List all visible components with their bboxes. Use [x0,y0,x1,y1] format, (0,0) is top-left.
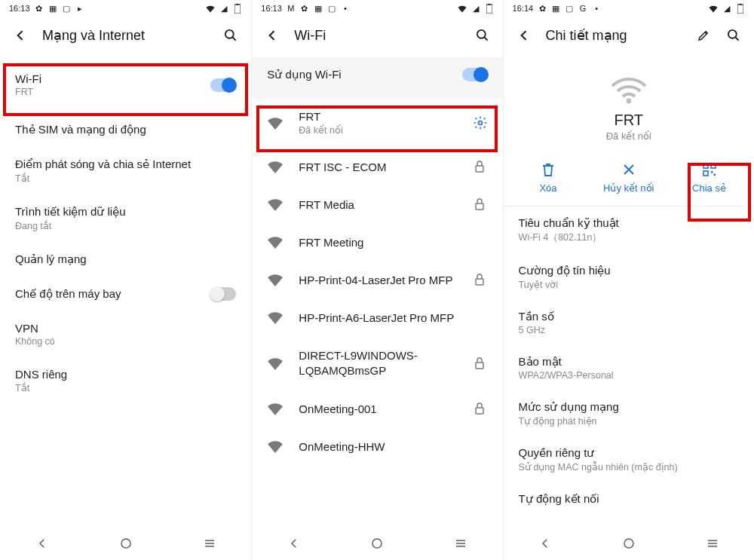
airplane-toggle[interactable] [210,287,236,301]
network-row[interactable]: FRT Meeting [252,223,502,261]
row-network-mgmt[interactable]: Quản lý mạng [0,242,251,277]
row-airplane[interactable]: Chế độ trên máy bay [0,277,251,311]
status-bar: 16:13 M ✿ ▦ ▢ • ◢ [252,0,502,17]
search-button[interactable] [222,27,239,44]
wifi-toggle[interactable] [210,78,236,92]
svg-point-3 [121,539,130,548]
detail-row[interactable]: Bảo mật WPA2/WPA3-Personal [504,345,754,390]
nav-bar [504,527,754,560]
wifi-icon [709,4,718,13]
svg-rect-5 [488,4,491,5]
network-row[interactable]: HP-Print-04-LaserJet Pro MFP [252,261,502,298]
detail-row[interactable]: Mức sử dụng mạng Tự động phát hiện [504,390,754,436]
detail-value: WPA2/WPA3-Personal [519,370,739,381]
network-row[interactable]: OnMeeting-HHW [252,427,502,465]
network-row-frt[interactable]: FRT Đã kết nối [252,98,502,148]
nav-bar [252,527,502,560]
row-sim[interactable]: Thẻ SIM và mạng di động [0,112,251,147]
tile-icon: ▦ [551,4,560,13]
use-wifi-toggle[interactable] [462,68,488,81]
detail-row[interactable]: Cường độ tín hiệu Tuyệt vời [504,254,754,300]
pane-wifi-list: 16:13 M ✿ ▦ ▢ • ◢ Wi-Fi Sử dụng Wi-Fi FR… [251,0,502,560]
row-subtitle: Không có [15,336,236,347]
detail-row[interactable]: Quyền riêng tư Sử dụng MAC ngẫu nhiên (m… [504,436,754,482]
wifi-icon [458,4,467,13]
nav-home-icon[interactable] [622,537,636,550]
row-hotspot[interactable]: Điểm phát sóng và chia sẻ Internet Tắt [0,147,251,194]
network-name: FRT Meeting [299,236,487,249]
detail-row[interactable]: Tiêu chuẩn kỹ thuật Wi-Fi 4（802.11n） [504,207,754,254]
network-row[interactable]: FRT Media [252,185,502,223]
wifi-large-icon [504,75,754,106]
dot-icon: • [592,4,601,13]
row-wifi[interactable]: Wi-Fi FRT [0,57,251,112]
header: Mạng và Internet [0,17,251,57]
edit-button[interactable] [695,27,712,44]
trash-icon [514,160,582,179]
row-vpn[interactable]: VPN Không có [0,311,251,357]
signal-icon: ◢ [722,4,731,13]
nav-recent-icon[interactable] [454,537,467,550]
wifi-icon [267,402,284,415]
svg-rect-8 [476,166,483,172]
svg-rect-10 [476,279,483,285]
nav-back-icon[interactable] [538,537,552,550]
row-title: VPN [15,322,236,335]
network-row[interactable]: DIRECT-L9WINDOWS-LQBAMQBmsGP [252,336,502,390]
row-data-saver[interactable]: Trình tiết kiệm dữ liệu Đang tắt [0,194,251,242]
page-title: Chi tiết mạng [546,27,682,44]
search-button[interactable] [725,27,742,44]
svg-rect-18 [703,164,708,168]
back-button[interactable] [12,27,29,44]
nav-home-icon[interactable] [370,537,384,550]
search-button[interactable] [474,27,491,44]
battery-icon [485,4,494,13]
dot-icon: • [341,4,350,13]
detail-title: Bảo mật [519,355,739,369]
row-subtitle: Tắt [15,382,236,393]
detail-title: Quyền riêng tư [519,446,739,460]
nav-home-icon[interactable] [119,537,133,550]
nav-recent-icon[interactable] [706,537,719,550]
wifi-icon [267,235,284,249]
svg-point-17 [626,99,631,104]
nav-recent-icon[interactable] [203,537,216,550]
network-header: FRT Đã kết nối [504,57,754,152]
svg-rect-4 [486,5,492,14]
wifi-icon [267,160,284,173]
row-title: DNS riêng [15,368,236,381]
nav-bar [0,527,251,560]
use-wifi-row[interactable]: Sử dụng Wi-Fi [252,57,502,98]
header: Wi-Fi [252,17,502,57]
action-label: Hủy kết nối [595,182,663,194]
detail-row[interactable]: Tự động kết nối [504,482,754,509]
use-wifi-label: Sử dụng Wi-Fi [267,68,461,81]
battery-icon [736,4,745,13]
google-icon: G [578,4,587,13]
detail-row[interactable]: Tần số 5 GHz [504,300,754,345]
cast-icon: ▢ [565,4,574,13]
nav-back-icon[interactable] [35,537,49,550]
row-title: Trình tiết kiệm dữ liệu [15,205,236,219]
detail-value: 5 GHz [519,325,739,335]
network-row[interactable]: HP-Print-A6-LaserJet Pro MFP [252,298,502,336]
back-button[interactable] [516,27,532,44]
lock-icon [474,274,488,286]
network-row[interactable]: OnMeeting-001 [252,390,502,427]
wifi-icon [267,439,284,453]
row-private-dns[interactable]: DNS riêng Tắt [0,357,251,404]
network-name: HP-Print-04-LaserJet Pro MFP [299,274,458,286]
cast-icon: ▢ [62,4,71,13]
back-button[interactable] [264,27,280,44]
tile-icon: ▦ [314,4,323,13]
action-disconnect[interactable]: Hủy kết nối [595,160,663,194]
row-title: Chế độ trên máy bay [15,287,197,301]
action-label: Xóa [514,182,582,194]
network-name: OnMeeting-HHW [299,440,487,453]
wifi-icon [267,197,284,211]
action-share[interactable]: Chia sẻ [676,160,743,194]
network-row[interactable]: FRT ISC - ECOM [252,148,502,185]
nav-back-icon[interactable] [287,537,301,550]
gear-icon[interactable] [473,115,488,130]
action-forget[interactable]: Xóa [514,160,582,194]
